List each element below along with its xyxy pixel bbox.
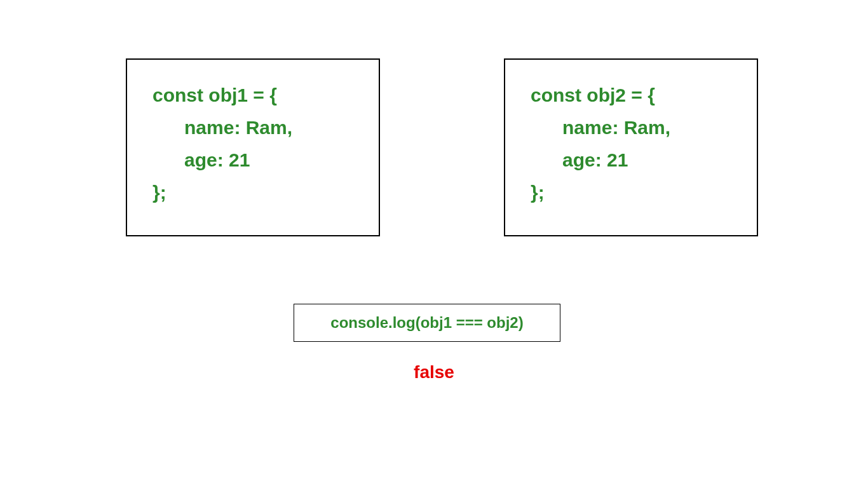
code-box-obj2: const obj2 = { name: Ram, age: 21 }; (504, 58, 758, 236)
code-obj1-line3: age: 21 (153, 149, 250, 170)
code-obj2-line3: age: 21 (531, 149, 628, 170)
code-obj1-line2: name: Ram, (153, 117, 292, 138)
code-obj1: const obj1 = { name: Ram, age: 21 }; (153, 79, 360, 208)
code-obj2-line2: name: Ram, (531, 117, 670, 138)
code-obj2-line4: }; (531, 182, 545, 203)
console-log-text: console.log(obj1 === obj2) (330, 314, 523, 332)
console-log-box: console.log(obj1 === obj2) (294, 304, 560, 342)
code-obj1-line1: const obj1 = { (153, 85, 277, 105)
code-box-obj1: const obj1 = { name: Ram, age: 21 }; (126, 58, 380, 236)
code-obj2-line1: const obj2 = { (531, 85, 655, 105)
code-obj1-line4: }; (153, 182, 166, 203)
code-obj2: const obj2 = { name: Ram, age: 21 }; (531, 79, 738, 208)
result-output: false (0, 362, 868, 383)
